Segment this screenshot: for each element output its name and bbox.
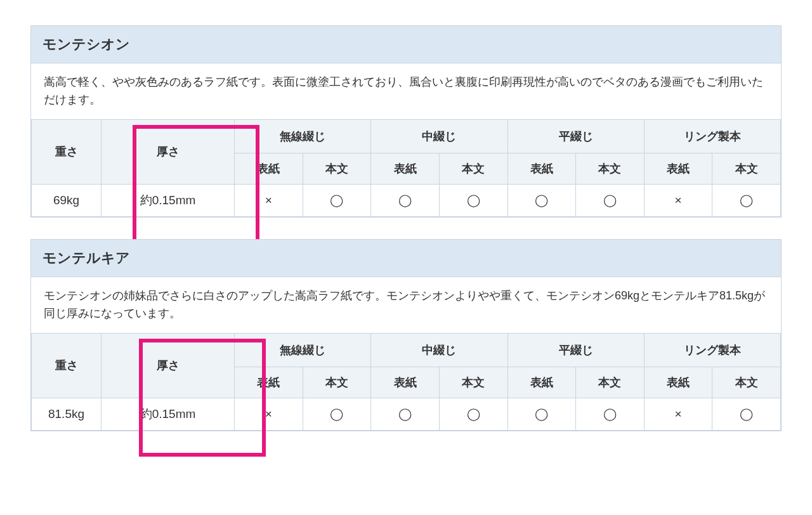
cell-mark: ◯: [712, 398, 781, 430]
paper-panel-monterukia: モンテルキア モンテシオンの姉妹品でさらに白さのアップした嵩高ラフ紙です。モンテ…: [30, 239, 782, 431]
header-binding-hira: 平綴じ: [508, 119, 644, 153]
header-weight: 重さ: [32, 119, 102, 184]
cell-mark: ×: [235, 184, 303, 216]
subheader-cover: 表紙: [644, 367, 712, 398]
cell-mark: ◯: [303, 184, 371, 216]
subheader-cover: 表紙: [508, 367, 576, 398]
header-binding-musen: 無線綴じ: [235, 333, 371, 367]
subheader-body: 本文: [712, 153, 781, 184]
header-binding-hira: 平綴じ: [508, 333, 644, 367]
cell-mark: ◯: [508, 398, 576, 430]
cell-weight: 81.5kg: [32, 398, 102, 430]
spec-table: 重さ 厚さ 無線綴じ 中綴じ 平綴じ リング製本 表紙 本文 表紙 本文 表紙 …: [31, 333, 781, 431]
subheader-cover: 表紙: [644, 153, 712, 184]
cell-mark: ◯: [508, 184, 576, 216]
spec-table: 重さ 厚さ 無線綴じ 中綴じ 平綴じ リング製本 表紙 本文 表紙 本文 表紙 …: [31, 119, 781, 217]
subheader-cover: 表紙: [508, 153, 576, 184]
subheader-body: 本文: [439, 367, 508, 398]
table-row: 69kg 約0.15mm × ◯ ◯ ◯ ◯ ◯ × ◯: [32, 184, 781, 216]
cell-mark: ◯: [576, 184, 645, 216]
subheader-body: 本文: [303, 153, 371, 184]
cell-mark: ◯: [371, 398, 440, 430]
subheader-cover: 表紙: [371, 153, 440, 184]
header-thickness: 厚さ: [102, 333, 235, 398]
cell-mark: ×: [235, 398, 303, 430]
cell-mark: ◯: [439, 184, 508, 216]
header-thickness: 厚さ: [102, 119, 235, 184]
subheader-body: 本文: [712, 367, 781, 398]
header-binding-naka: 中綴じ: [371, 119, 508, 153]
header-binding-ring: リング製本: [644, 119, 780, 153]
cell-weight: 69kg: [32, 184, 102, 216]
paper-panel-montesion: モンテシオン 嵩高で軽く、やや灰色みのあるラフ紙です。表面に微塗工されており、風…: [30, 25, 782, 218]
subheader-body: 本文: [576, 153, 645, 184]
header-binding-ring: リング製本: [644, 333, 780, 367]
subheader-cover: 表紙: [371, 367, 440, 398]
header-binding-musen: 無線綴じ: [235, 119, 371, 153]
cell-mark: ◯: [712, 184, 781, 216]
cell-thickness: 約0.15mm: [102, 184, 235, 216]
cell-mark: ◯: [439, 398, 508, 430]
panel-description: 嵩高で軽く、やや灰色みのあるラフ紙です。表面に微塗工されており、風合いと裏腹に印…: [31, 63, 781, 119]
panel-description: モンテシオンの姉妹品でさらに白さのアップした嵩高ラフ紙です。モンテシオンよりやや…: [31, 277, 781, 333]
subheader-body: 本文: [303, 367, 371, 398]
subheader-body: 本文: [439, 153, 508, 184]
cell-thickness: 約0.15mm: [102, 398, 235, 430]
table-row: 81.5kg 約0.15mm × ◯ ◯ ◯ ◯ ◯ × ◯: [32, 398, 781, 430]
subheader-cover: 表紙: [235, 153, 303, 184]
header-weight: 重さ: [32, 333, 102, 398]
cell-mark: ×: [644, 398, 712, 430]
panel-title: モンテルキア: [31, 240, 781, 277]
subheader-cover: 表紙: [235, 367, 303, 398]
cell-mark: ×: [644, 184, 712, 216]
header-binding-naka: 中綴じ: [371, 333, 508, 367]
subheader-body: 本文: [576, 367, 645, 398]
panel-title: モンテシオン: [31, 26, 781, 63]
cell-mark: ◯: [303, 398, 371, 430]
cell-mark: ◯: [576, 398, 645, 430]
cell-mark: ◯: [371, 184, 440, 216]
